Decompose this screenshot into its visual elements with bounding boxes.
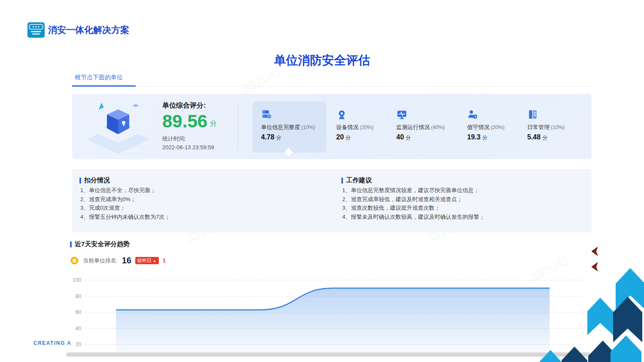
overall-score-value: 89.56	[162, 112, 207, 130]
deductions-list: 1、单位信息不全，尽快完善； 2、巡查完成率为0%； 3、完成0次巡查； 4、报…	[80, 186, 170, 221]
dashboard-page: 337041 337041 337041 337041 337041 33704…	[0, 0, 644, 362]
brand-logo-icon	[27, 22, 45, 38]
page-title: 单位消防安全评估	[0, 52, 644, 69]
y-tick-label: 40	[76, 326, 82, 332]
list-item: 1、单位信息完整度情况较差，建议尽快完善单位信息；	[342, 186, 485, 195]
section-bar	[79, 178, 81, 184]
info-completeness-icon	[261, 109, 272, 120]
y-tick-label: 60	[76, 309, 82, 315]
brand-title: 消安一体化解决方案	[48, 22, 129, 38]
footer-slogan: CREATING A	[33, 340, 71, 346]
section-bar	[70, 241, 72, 247]
badge-label: 较昨日	[137, 257, 152, 264]
overall-score-unit: 分	[210, 119, 217, 130]
daily-management-icon	[527, 109, 538, 120]
y-tick-label: 20	[76, 341, 82, 347]
watermark-text: 337041	[240, 64, 285, 96]
deductions-title: 扣分情况	[84, 176, 110, 184]
chevron-decoration	[515, 255, 644, 362]
trend-chart: 20406080100	[70, 276, 587, 353]
y-tick-label: 100	[73, 277, 81, 283]
medal-icon	[70, 256, 79, 265]
metric-label: 监测运行情况	[396, 124, 430, 130]
trend-title: 近7天安全评分趋势	[75, 240, 130, 248]
metric-weight: (10%)	[301, 124, 315, 130]
suggestions-header: 工作建议	[341, 176, 372, 184]
metric-card-info-completeness[interactable]: 单位信息完整度(10%) 4.78分	[252, 101, 326, 153]
rank-label: 当前单位排名:	[83, 257, 118, 265]
scrollbar-thumb[interactable]	[67, 353, 590, 356]
stat-time-value: 2022-06-13 23:59:59	[162, 143, 214, 152]
panel-divider	[237, 103, 238, 151]
up-arrow-icon: ▲	[152, 259, 157, 263]
trend-header: 近7天安全评分趋势	[70, 240, 130, 248]
tab-divider	[72, 86, 592, 87]
score-illustration	[86, 97, 150, 159]
tab-root-node-units[interactable]: 根节点下面的单位	[75, 74, 123, 81]
list-item: 2、巡查完成率为0%；	[80, 195, 170, 204]
nav-arrow-icon	[592, 247, 598, 256]
metric-weight: (20%)	[360, 124, 374, 130]
metric-label: 日常管理	[527, 124, 550, 130]
metric-card-monitoring[interactable]: 监测运行情况(40%) 40分	[396, 109, 470, 142]
list-item: 4、报警五分钟内未确认次数为7次；	[80, 213, 170, 222]
deductions-header: 扣分情况	[79, 176, 110, 184]
section-bar	[341, 178, 343, 184]
metric-value: 19.3	[467, 133, 480, 141]
metric-label: 设备情况	[336, 124, 358, 130]
duty-icon	[467, 109, 478, 120]
metric-value: 5.48	[527, 133, 541, 141]
active-tab-underline	[72, 85, 136, 87]
list-item: 1、单位信息不全，尽快完善；	[80, 186, 170, 195]
rank-row: 当前单位排名: 16 较昨日 ▲ 1	[70, 256, 166, 265]
device-icon	[336, 109, 347, 120]
overall-score-label: 单位综合评分:	[162, 101, 206, 110]
rank-value: 16	[122, 256, 131, 265]
metric-weight: (20%)	[491, 124, 504, 130]
metric-unit: 分	[542, 135, 547, 141]
metric-value: 4.78	[261, 133, 274, 141]
metric-unit: 分	[406, 135, 411, 141]
list-item: 3、完成0次巡查；	[80, 204, 170, 213]
monitoring-icon	[396, 109, 407, 120]
rank-delta: 1	[163, 257, 166, 264]
metric-value: 20	[336, 133, 344, 141]
metric-label: 单位信息完整度	[261, 124, 300, 130]
metric-unit: 分	[346, 135, 351, 141]
rank-change-badge: 较昨日 ▲	[135, 257, 159, 264]
list-item: 4、报警未及时确认次数较高，建议及时确认发生的报警；	[342, 213, 485, 222]
y-tick-label: 80	[76, 293, 82, 299]
list-item: 2、巡查完成率较低，建议及时巡查相关巡查点；	[342, 195, 485, 204]
trend-area-fill	[116, 288, 550, 353]
metric-weight: (10%)	[551, 124, 565, 130]
suggestions-list: 1、单位信息完整度情况较差，建议尽快完善单位信息； 2、巡查完成率较低，建议及时…	[342, 186, 485, 221]
metric-card-daily-management[interactable]: 日常管理(10%) 5.48分	[527, 109, 601, 142]
metric-label: 值守情况	[467, 124, 489, 130]
stat-time-label: 统计时间:	[162, 135, 186, 143]
list-item: 3、巡查次数较低，建议提升巡查次数；	[342, 204, 485, 213]
metric-unit: 分	[482, 135, 487, 141]
metric-weight: (40%)	[431, 124, 445, 130]
metric-value: 40	[396, 133, 404, 141]
suggestions-title: 工作建议	[346, 176, 372, 184]
metric-unit: 分	[276, 135, 281, 141]
